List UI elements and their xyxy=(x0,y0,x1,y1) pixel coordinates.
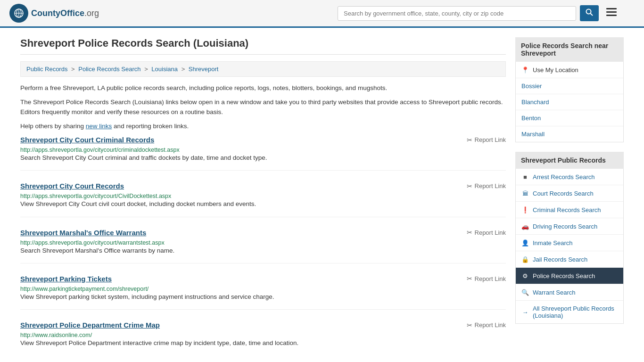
result-item: Shreveport Parking Tickets ✂ Report Link… xyxy=(20,275,506,310)
breadcrumb-police-records[interactable]: Police Records Search xyxy=(78,66,140,73)
nearby-blanchard[interactable]: Blanchard xyxy=(516,94,623,110)
public-records-items: ■ Arrest Records Search 🏛 Court Records … xyxy=(515,169,624,324)
svg-line-6 xyxy=(591,14,593,16)
logo-icon xyxy=(9,4,28,23)
logo-text[interactable]: CountyOffice.org xyxy=(31,8,99,18)
warrant-search-icon: 🔍 xyxy=(521,288,529,296)
search-input[interactable] xyxy=(338,6,576,21)
location-icon: 📍 xyxy=(521,66,529,74)
nearby-items: 📍 Use My Location Bossier Blanchard Bent… xyxy=(515,62,624,142)
nearby-bossier[interactable]: Bossier xyxy=(516,78,623,94)
result-desc: Search Shreveport City Court criminal an… xyxy=(20,153,506,163)
public-records-section: Shreveport Public Records ■ Arrest Recor… xyxy=(515,152,624,324)
breadcrumb-public-records[interactable]: Public Records xyxy=(26,66,67,73)
police-records-icon: ⚙ xyxy=(521,272,529,280)
result-item: Shreveport Police Department Crime Map ✂… xyxy=(20,321,506,355)
report-link[interactable]: ✂ Report Link xyxy=(467,182,506,190)
left-content: Shreveport Police Records Search (Louisi… xyxy=(20,37,506,362)
result-header: Shreveport Police Department Crime Map ✂… xyxy=(20,321,506,329)
report-link-icon: ✂ xyxy=(467,229,472,236)
new-links-link[interactable]: new links xyxy=(86,123,112,130)
sidebar-item-inmate-search[interactable]: 👤 Inmate Search xyxy=(516,235,623,251)
jail-records-icon: 🔒 xyxy=(521,255,529,263)
nearby-section: Police Records Search near Shreveport 📍 … xyxy=(515,37,624,142)
arrest-records-link[interactable]: Arrest Records Search xyxy=(533,173,595,181)
logo-area: CountyOffice.org xyxy=(9,4,99,23)
result-header: Shreveport Parking Tickets ✂ Report Link xyxy=(20,275,506,283)
svg-rect-8 xyxy=(606,11,617,13)
sidebar-item-all-records[interactable]: → All Shreveport Public Records (Louisia… xyxy=(516,301,623,323)
all-records-link[interactable]: All Shreveport Public Records (Louisiana… xyxy=(533,305,618,319)
result-title[interactable]: Shreveport Marshal's Office Warrants xyxy=(20,229,146,237)
logo-name: CountyOffice xyxy=(31,8,84,18)
result-title[interactable]: Shreveport City Court Criminal Records xyxy=(20,136,154,144)
driving-records-icon: 🚗 xyxy=(521,222,529,230)
right-sidebar: Police Records Search near Shreveport 📍 … xyxy=(515,37,624,362)
result-title[interactable]: Shreveport City Court Records xyxy=(20,182,124,190)
report-link[interactable]: ✂ Report Link xyxy=(467,229,506,236)
result-url[interactable]: http://apps.shreveportla.gov/citycourt/c… xyxy=(20,147,180,153)
police-records-label: Police Records Search xyxy=(533,272,595,280)
page-title: Shreveport Police Records Search (Louisi… xyxy=(20,37,506,55)
result-item: Shreveport Marshal's Office Warrants ✂ R… xyxy=(20,229,506,263)
menu-button[interactable] xyxy=(603,5,620,21)
report-link[interactable]: ✂ Report Link xyxy=(467,275,506,282)
report-link-icon: ✂ xyxy=(467,136,472,144)
nearby-marshall[interactable]: Marshall xyxy=(516,126,623,142)
result-header: Shreveport Marshal's Office Warrants ✂ R… xyxy=(20,229,506,237)
header: CountyOffice.org xyxy=(0,0,644,28)
use-my-location[interactable]: 📍 Use My Location xyxy=(516,62,623,78)
criminal-records-link[interactable]: Criminal Records Search xyxy=(533,206,601,214)
jail-records-link[interactable]: Jail Records Search xyxy=(533,256,587,263)
sidebar-item-criminal-records[interactable]: ❗ Criminal Records Search xyxy=(516,202,623,218)
sidebar-item-police-records[interactable]: ⚙ Police Records Search xyxy=(516,268,623,284)
intro3-prefix: Help others by sharing xyxy=(20,123,86,130)
warrant-search-link[interactable]: Warrant Search xyxy=(533,289,576,296)
inmate-search-icon: 👤 xyxy=(521,239,529,247)
report-link-label: Report Link xyxy=(475,275,506,282)
breadcrumb-louisiana[interactable]: Louisiana xyxy=(151,66,178,73)
result-desc: View Shreveport parking ticket system, i… xyxy=(20,292,506,302)
arrest-records-icon: ■ xyxy=(521,173,529,181)
result-url[interactable]: http://apps.shreveportla.gov/citycourt/C… xyxy=(20,193,171,199)
criminal-records-icon: ❗ xyxy=(521,206,529,214)
svg-point-5 xyxy=(586,9,591,14)
sidebar-item-jail-records[interactable]: 🔒 Jail Records Search xyxy=(516,251,623,268)
result-title[interactable]: Shreveport Parking Tickets xyxy=(20,275,112,283)
report-link[interactable]: ✂ Report Link xyxy=(467,136,506,144)
court-records-link[interactable]: Court Records Search xyxy=(533,190,594,197)
result-url[interactable]: http://www.parkingticketpayment.com/shre… xyxy=(20,286,149,292)
nearby-heading: Police Records Search near Shreveport xyxy=(515,37,624,62)
driving-records-link[interactable]: Driving Records Search xyxy=(533,223,597,230)
sidebar-item-driving-records[interactable]: 🚗 Driving Records Search xyxy=(516,218,623,235)
intro3-suffix: and reporting broken links. xyxy=(112,123,189,130)
svg-rect-9 xyxy=(606,15,617,16)
report-link-label: Report Link xyxy=(475,321,506,329)
report-link-icon: ✂ xyxy=(467,321,472,329)
logo-ext: .org xyxy=(84,8,99,18)
use-location-label: Use My Location xyxy=(533,66,578,74)
search-button[interactable] xyxy=(580,5,599,21)
result-desc: View Shreveport Police Department intera… xyxy=(20,338,506,348)
nearby-benton[interactable]: Benton xyxy=(516,110,623,126)
sidebar-item-court-records[interactable]: 🏛 Court Records Search xyxy=(516,185,623,202)
court-records-icon: 🏛 xyxy=(521,189,529,197)
result-desc: View Shreveport City Court civil court d… xyxy=(20,199,506,209)
public-records-heading: Shreveport Public Records xyxy=(515,152,624,169)
report-link[interactable]: ✂ Report Link xyxy=(467,321,506,329)
result-desc: Search Shreveport Marshal's Office warra… xyxy=(20,246,506,255)
result-url[interactable]: http://apps.shreveportla.gov/citycourt/w… xyxy=(20,239,165,246)
result-item: Shreveport City Court Records ✂ Report L… xyxy=(20,182,506,217)
all-records-icon: → xyxy=(521,308,529,316)
breadcrumb-shreveport[interactable]: Shreveport xyxy=(189,66,219,73)
intro-text-1: Perform a free Shreveport, LA public pol… xyxy=(20,83,506,93)
sidebar-item-arrest-records[interactable]: ■ Arrest Records Search xyxy=(516,169,623,185)
intro-text-2: The Shreveport Police Records Search (Lo… xyxy=(20,98,506,117)
sidebar-item-warrant-search[interactable]: 🔍 Warrant Search xyxy=(516,284,623,301)
result-header: Shreveport City Court Criminal Records ✂… xyxy=(20,136,506,144)
result-url[interactable]: http://www.raidsonline.com/ xyxy=(20,332,92,338)
result-title[interactable]: Shreveport Police Department Crime Map xyxy=(20,321,160,329)
inmate-search-link[interactable]: Inmate Search xyxy=(533,239,573,247)
main-content: Shreveport Police Records Search (Louisi… xyxy=(11,28,633,362)
report-link-icon: ✂ xyxy=(467,275,472,282)
